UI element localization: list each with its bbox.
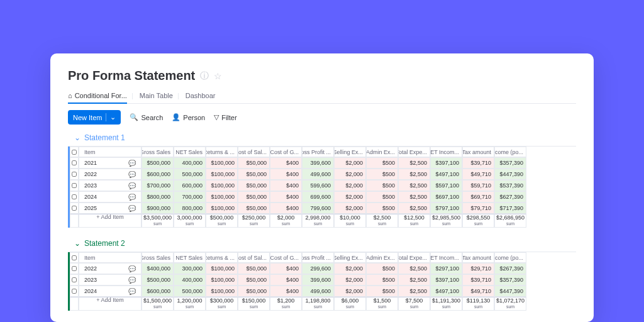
data-cell[interactable]: $39,710: [462, 157, 494, 169]
column-header[interactable]: NET Sales: [174, 252, 206, 263]
data-cell[interactable]: $400: [270, 263, 302, 274]
item-name-cell[interactable]: 2024💬: [79, 286, 142, 297]
row-checkbox[interactable]: [70, 180, 79, 191]
data-cell[interactable]: $100,000: [206, 286, 238, 297]
data-cell[interactable]: $79,710: [462, 203, 494, 214]
column-header[interactable]: Cost of Sal...: [238, 252, 270, 263]
data-cell[interactable]: 399,600: [302, 274, 334, 286]
data-cell[interactable]: $2,500: [398, 203, 430, 214]
chat-icon[interactable]: 💬: [128, 160, 136, 167]
data-cell[interactable]: $50,000: [238, 263, 270, 274]
data-cell[interactable]: $59,710: [462, 180, 494, 191]
data-cell[interactable]: $400: [270, 286, 302, 297]
search-button[interactable]: 🔍 Search: [130, 113, 163, 121]
column-header[interactable]: NET Income (po...: [494, 252, 526, 263]
data-cell[interactable]: $357,390: [494, 274, 526, 286]
filter-button[interactable]: ▽ Filter: [214, 113, 236, 121]
chat-icon[interactable]: 💬: [128, 277, 136, 284]
item-name-cell[interactable]: 2021💬: [79, 157, 142, 169]
data-cell[interactable]: 600,000: [174, 180, 206, 191]
data-cell[interactable]: $2,500: [398, 286, 430, 297]
data-cell[interactable]: $500: [366, 286, 398, 297]
data-cell[interactable]: $2,000: [334, 180, 366, 191]
item-name-cell[interactable]: 2022💬: [79, 169, 142, 180]
select-all-checkbox[interactable]: [70, 252, 79, 263]
row-checkbox[interactable]: [70, 274, 79, 286]
tab-main-table[interactable]: Main Table |: [140, 89, 173, 103]
data-cell[interactable]: $400: [270, 180, 302, 191]
data-cell[interactable]: 500,000: [174, 286, 206, 297]
data-cell[interactable]: $39,710: [462, 274, 494, 286]
data-cell[interactable]: $50,000: [238, 157, 270, 169]
column-header[interactable]: Gross Sales: [142, 252, 174, 263]
data-cell[interactable]: $100,000: [206, 180, 238, 191]
item-name-cell[interactable]: 2022💬: [79, 263, 142, 274]
data-cell[interactable]: 299,600: [302, 263, 334, 274]
data-cell[interactable]: 599,600: [302, 180, 334, 191]
data-cell[interactable]: $267,390: [494, 263, 526, 274]
data-cell[interactable]: $400: [270, 203, 302, 214]
column-header[interactable]: NET Incom...: [430, 147, 462, 157]
data-cell[interactable]: $397,100: [430, 274, 462, 286]
data-cell[interactable]: $400,000: [142, 263, 174, 274]
data-cell[interactable]: $497,100: [430, 286, 462, 297]
data-cell[interactable]: $2,500: [398, 169, 430, 180]
data-cell[interactable]: $400: [270, 169, 302, 180]
data-cell[interactable]: $2,500: [398, 180, 430, 191]
data-cell[interactable]: $100,000: [206, 191, 238, 203]
data-cell[interactable]: $50,000: [238, 191, 270, 203]
column-header[interactable]: Selling Ex...: [334, 147, 366, 157]
data-cell[interactable]: $2,500: [398, 263, 430, 274]
info-icon[interactable]: ⓘ: [200, 70, 209, 82]
data-cell[interactable]: $2,000: [334, 169, 366, 180]
data-cell[interactable]: $69,710: [462, 191, 494, 203]
column-header[interactable]: NET Sales: [174, 147, 206, 157]
column-header[interactable]: Returns & ...: [206, 252, 238, 263]
data-cell[interactable]: $797,100: [430, 203, 462, 214]
column-header[interactable]: Cost of G...: [270, 252, 302, 263]
chevron-down-icon[interactable]: ⌄: [106, 113, 116, 121]
data-cell[interactable]: $100,000: [206, 203, 238, 214]
data-cell[interactable]: $49,710: [462, 169, 494, 180]
column-header[interactable]: NET Income (po...: [494, 147, 526, 157]
data-cell[interactable]: $697,100: [430, 191, 462, 203]
data-cell[interactable]: $100,000: [206, 169, 238, 180]
column-header[interactable]: Returns & ...: [206, 147, 238, 157]
data-cell[interactable]: 300,000: [174, 263, 206, 274]
data-cell[interactable]: 700,000: [174, 191, 206, 203]
row-checkbox[interactable]: [70, 191, 79, 203]
column-header[interactable]: Total Expe...: [398, 147, 430, 157]
data-cell[interactable]: $600,000: [142, 169, 174, 180]
data-cell[interactable]: $100,000: [206, 274, 238, 286]
data-cell[interactable]: $497,100: [430, 169, 462, 180]
item-name-cell[interactable]: 2023💬: [79, 274, 142, 286]
data-cell[interactable]: $500,000: [142, 157, 174, 169]
data-cell[interactable]: $447,390: [494, 286, 526, 297]
tab-conditional-formatting[interactable]: ⌂ Conditional For... |: [68, 89, 127, 103]
data-cell[interactable]: $400: [270, 157, 302, 169]
row-checkbox[interactable]: [70, 286, 79, 297]
data-cell[interactable]: $800,000: [142, 191, 174, 203]
column-header[interactable]: Total Expe...: [398, 252, 430, 263]
column-header[interactable]: Cost of Sal...: [238, 147, 270, 157]
data-cell[interactable]: $500,000: [142, 274, 174, 286]
data-cell[interactable]: $500: [366, 263, 398, 274]
column-header[interactable]: Admin Ex...: [366, 147, 398, 157]
data-cell[interactable]: 800,000: [174, 203, 206, 214]
column-header[interactable]: Admin Ex...: [366, 252, 398, 263]
data-cell[interactable]: 499,600: [302, 169, 334, 180]
column-header[interactable]: Selling Ex...: [334, 252, 366, 263]
column-header[interactable]: Gross Profit ...: [302, 252, 334, 263]
column-header[interactable]: NET Incom...: [430, 252, 462, 263]
data-cell[interactable]: $500: [366, 180, 398, 191]
star-icon[interactable]: ☆: [214, 71, 222, 81]
data-cell[interactable]: $297,100: [430, 263, 462, 274]
data-cell[interactable]: $397,100: [430, 157, 462, 169]
data-cell[interactable]: $2,500: [398, 157, 430, 169]
column-header[interactable]: Item: [79, 252, 142, 263]
data-cell[interactable]: 400,000: [174, 157, 206, 169]
add-item-button[interactable]: + Add Item: [79, 214, 142, 228]
row-checkbox[interactable]: [70, 203, 79, 214]
data-cell[interactable]: $717,390: [494, 203, 526, 214]
data-cell[interactable]: $50,000: [238, 180, 270, 191]
